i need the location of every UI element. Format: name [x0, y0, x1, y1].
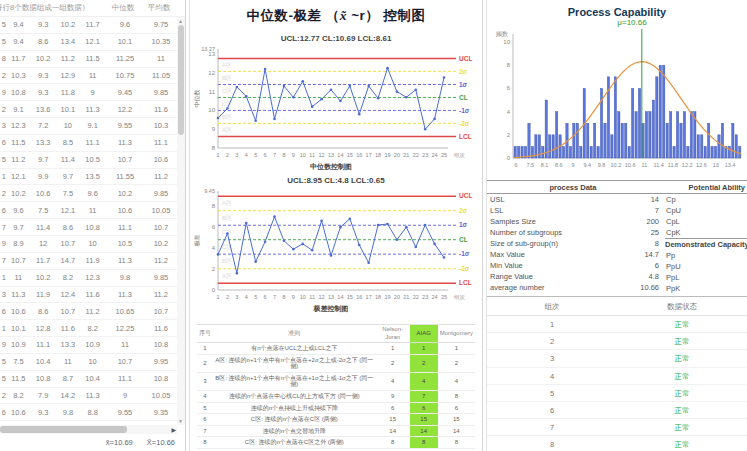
rule-text: A区: 连续的n+1个点中有n个点落在+2σ之上或-2σ之下 (同一侧)	[213, 354, 376, 372]
standard-col-header[interactable]: Nelson-Juran	[376, 325, 410, 343]
mean-cell: 10.8	[145, 374, 177, 383]
data-cell: 9.3	[31, 408, 56, 417]
rule-value: 3	[197, 372, 213, 390]
standard-col-header[interactable]: AIAG	[410, 325, 438, 343]
process-data-header: process Data Potential Ability	[487, 180, 747, 194]
scroll-up-arrow[interactable]: ▲	[178, 18, 183, 24]
data-cell: 11.9	[31, 290, 56, 299]
median-cell: 10.7	[105, 357, 145, 366]
svg-text:2σ: 2σ	[459, 207, 468, 214]
group-number: 2	[487, 333, 617, 349]
rule-value: 4	[438, 372, 475, 390]
rule-value: 6	[438, 402, 475, 414]
rule-value: 14	[438, 425, 475, 437]
potential-metric: CpL	[665, 216, 747, 227]
svg-text:2: 2	[226, 152, 229, 158]
scroll-down-arrow[interactable]: ▼	[178, 418, 183, 424]
svg-text:10.2: 10.2	[611, 162, 622, 168]
rule-row: 2A区: 连续的n+1个点中有n个点落在+2σ之上或-2σ之下 (同一侧)222	[197, 354, 475, 372]
mean-cell: 11.2	[145, 172, 177, 181]
svg-text:UCL: UCL	[459, 192, 472, 199]
svg-text:22: 22	[413, 152, 419, 158]
horizontal-scrollbar[interactable]: ▶	[0, 425, 177, 434]
vscroll-thumb[interactable]	[178, 25, 184, 135]
metric-label: average number	[487, 282, 619, 293]
svg-text:11.4: 11.4	[654, 162, 664, 168]
data-cell: 11.6	[80, 290, 105, 299]
data-cell: 9.4	[6, 20, 31, 29]
hscroll-thumb[interactable]	[0, 426, 127, 433]
svg-text:LCL: LCL	[459, 279, 472, 286]
svg-text:A区: A区	[222, 126, 232, 133]
potential-metric: Cp	[665, 194, 747, 205]
group-col-header: 组次	[487, 297, 617, 315]
data-cell: 11.3	[80, 391, 105, 400]
rule-text: 有n个点落在UCL之上或LCL之下	[213, 343, 376, 355]
median-cell: 10.75	[105, 71, 145, 80]
left-table-body[interactable]: 59.49.310.211.79.69.7559.48.613.412.110.…	[0, 17, 177, 425]
table-row: 98.91210.71010.510.2	[0, 236, 177, 253]
status-table: 组次 数据状态 1正常2正常3正常4正常5正常6正常7正常8正常	[487, 296, 747, 451]
mean-cell: 10.6	[145, 155, 177, 164]
chart-title-part: 中位数-极差 （	[246, 8, 339, 23]
metric-value: 7	[619, 205, 659, 216]
data-cell: 8.2	[80, 324, 105, 333]
svg-text:6: 6	[514, 162, 517, 168]
status-badge: 正常	[617, 316, 747, 332]
data-cell: 13.3	[56, 340, 81, 349]
svg-text:4: 4	[212, 245, 216, 251]
data-cell: 7.2	[31, 121, 56, 130]
table-row: 311.311.912.411.611.311.2	[0, 287, 177, 304]
svg-text:2σ: 2σ	[459, 68, 468, 75]
data-cell: 11.5	[6, 374, 31, 383]
svg-text:10: 10	[300, 152, 306, 158]
mean-cell: 11.2	[145, 256, 177, 265]
svg-text:-2σ: -2σ	[459, 120, 470, 127]
median-cell: 9.8	[105, 273, 145, 282]
data-cell: 8.7	[56, 374, 81, 383]
range-chart-limits: UCL:8.95 CL:4.8 LCL:0.65	[190, 176, 482, 185]
svg-text:6: 6	[264, 294, 267, 300]
data-cell: 11.2	[56, 54, 81, 63]
data-cell: 8.9	[6, 239, 31, 248]
rule-value: 8	[438, 437, 475, 449]
median-cell: 9.55	[105, 408, 145, 417]
rule-value: 2	[197, 354, 213, 372]
rule-value: 2	[438, 354, 475, 372]
demonstrated-metric: PpK	[665, 283, 747, 294]
svg-text:6: 6	[507, 85, 511, 91]
svg-text:1σ: 1σ	[459, 81, 468, 88]
svg-text:16: 16	[356, 294, 362, 300]
rule-value: 14	[410, 425, 438, 437]
svg-text:10: 10	[503, 39, 510, 45]
group-number: 5	[487, 385, 617, 401]
data-cell: 10.4	[80, 374, 105, 383]
vertical-scrollbar[interactable]: ▲ ▼	[177, 17, 185, 425]
standard-col-header[interactable]: Montgomery	[438, 325, 475, 343]
data-cell: 13.6	[31, 105, 56, 114]
rule-text: 连续的n个点落在中心线CL的上方或下方 (同一侧)	[213, 390, 376, 402]
data-cell: 10.1	[6, 324, 31, 333]
data-cell: 9.4	[6, 37, 31, 46]
data-cell: 13.4	[56, 37, 81, 46]
table-row: 910.911.113.310.91110.8	[0, 337, 177, 354]
median-cell: 10.7	[105, 155, 145, 164]
scroll-right-arrow[interactable]: ▶	[171, 426, 176, 433]
svg-text:2: 2	[507, 132, 511, 138]
table-row: 610.69.39.88.89.559.35	[0, 404, 177, 421]
status-row: 3正常	[487, 350, 747, 367]
metric-label: Range Value	[487, 271, 619, 282]
svg-text:B区: B区	[222, 214, 232, 221]
table-row: 210.39.312.91110.7511.05	[0, 68, 177, 85]
data-cell: 11.9	[80, 256, 105, 265]
median-cell: 9.6	[105, 20, 145, 29]
status-badge: 正常	[617, 333, 747, 349]
data-cell: 10.5	[80, 155, 105, 164]
svg-text:20: 20	[394, 152, 400, 158]
group-number: 1	[487, 316, 617, 332]
data-cell: 11.5	[6, 138, 31, 147]
median-cell: 12.2	[105, 105, 145, 114]
metric-value: 8	[619, 238, 659, 249]
data-cell: 9.3	[31, 71, 56, 80]
rule-value: 8	[410, 437, 438, 449]
